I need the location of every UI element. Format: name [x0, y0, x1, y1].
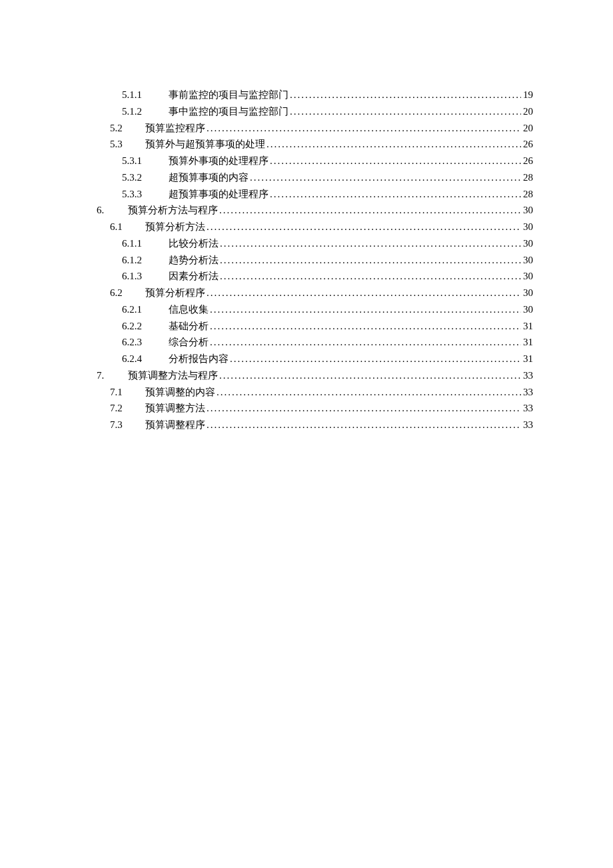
toc-entry: 5.1.1事前监控的项目与监控部门19 — [97, 87, 533, 103]
toc-entry-page: 31 — [521, 351, 533, 367]
toc-entry: 6.预算分析方法与程序30 — [97, 202, 533, 219]
toc-entry-number: 7.3 — [97, 417, 145, 433]
toc-entry-title: 因素分析法 — [169, 268, 219, 285]
table-of-contents: 5.1.1事前监控的项目与监控部门195.1.2事中监控的项目与监控部门205.… — [97, 87, 533, 433]
toc-entry-leader-dots — [219, 268, 521, 285]
toc-entry-number: 6.1.3 — [97, 268, 169, 285]
toc-entry-leader-dots — [215, 384, 521, 401]
toc-entry-page: 33 — [521, 384, 533, 401]
toc-entry: 6.2.2基础分析31 — [97, 318, 533, 335]
toc-entry-title: 预算分析方法与程序 — [128, 202, 218, 219]
toc-entry-number: 6.1.2 — [97, 252, 169, 269]
toc-entry-title: 预算调整方法 — [145, 400, 205, 417]
toc-entry-number: 5.1.1 — [97, 87, 169, 103]
toc-entry-page: 33 — [521, 400, 533, 417]
toc-entry-page: 26 — [521, 136, 533, 153]
toc-entry: 6.2.1信息收集30 — [97, 301, 533, 318]
toc-entry-leader-dots — [209, 301, 521, 318]
toc-entry-number: 6.2.1 — [97, 301, 169, 318]
toc-entry-title: 预算调整方法与程序 — [128, 367, 218, 384]
toc-entry-leader-dots — [205, 120, 521, 137]
toc-entry-leader-dots — [219, 252, 521, 269]
toc-entry-number: 7. — [97, 367, 128, 384]
toc-entry: 5.2预算监控程序20 — [97, 120, 533, 137]
toc-entry-page: 26 — [521, 153, 533, 169]
toc-entry-number: 6.1 — [97, 219, 145, 235]
toc-entry-number: 6.2 — [97, 285, 145, 301]
toc-entry-leader-dots — [218, 367, 521, 384]
toc-entry: 6.2预算分析程序30 — [97, 285, 533, 301]
toc-entry: 5.3.1预算外事项的处理程序26 — [97, 153, 533, 169]
toc-entry-page: 33 — [521, 417, 533, 433]
toc-entry-number: 5.2 — [97, 120, 145, 137]
toc-entry-title: 预算分析程序 — [145, 285, 205, 301]
toc-entry-page: 28 — [521, 186, 533, 203]
toc-entry: 6.1.2趋势分析法30 — [97, 252, 533, 269]
toc-entry-leader-dots — [289, 103, 521, 120]
toc-entry-number: 7.1 — [97, 384, 145, 401]
toc-entry-page: 30 — [521, 301, 533, 318]
toc-entry-page: 30 — [521, 252, 533, 269]
toc-entry-title: 综合分析 — [169, 334, 209, 351]
toc-entry-leader-dots — [249, 169, 521, 186]
toc-entry-title: 超预算事项的内容 — [169, 169, 249, 186]
toc-entry-number: 6.1.1 — [97, 235, 169, 252]
toc-entry-title: 预算调整的内容 — [145, 384, 215, 401]
toc-entry: 6.2.3综合分析31 — [97, 334, 533, 351]
toc-entry-title: 事前监控的项目与监控部门 — [169, 87, 289, 103]
toc-entry-title: 预算外事项的处理程序 — [169, 153, 269, 169]
toc-entry-title: 基础分析 — [169, 318, 209, 335]
toc-entry: 7.1预算调整的内容33 — [97, 384, 533, 401]
toc-entry-leader-dots — [269, 186, 521, 203]
toc-entry: 6.2.4分析报告内容31 — [97, 351, 533, 367]
toc-entry: 7.2预算调整方法33 — [97, 400, 533, 417]
toc-entry: 5.3.3超预算事项的处理程序28 — [97, 186, 533, 203]
toc-entry-leader-dots — [205, 285, 521, 301]
toc-entry-page: 30 — [521, 235, 533, 252]
toc-entry-leader-dots — [205, 400, 521, 417]
toc-entry-number: 5.3.1 — [97, 153, 169, 169]
toc-entry-page: 31 — [521, 334, 533, 351]
toc-entry-leader-dots — [219, 235, 521, 252]
toc-entry-title: 事中监控的项目与监控部门 — [169, 103, 289, 120]
toc-entry: 6.1.1比较分析法30 — [97, 235, 533, 252]
toc-entry-number: 6. — [97, 202, 128, 219]
toc-entry: 6.1预算分析方法30 — [97, 219, 533, 235]
toc-entry-number: 6.2.4 — [97, 351, 169, 367]
toc-entry-page: 28 — [521, 169, 533, 186]
toc-entry-page: 33 — [521, 367, 533, 384]
toc-entry-number: 6.2.3 — [97, 334, 169, 351]
toc-entry-title: 预算分析方法 — [145, 219, 205, 235]
toc-entry: 7.3预算调整程序33 — [97, 417, 533, 433]
toc-entry-page: 30 — [521, 219, 533, 235]
toc-entry-page: 31 — [521, 318, 533, 335]
toc-entry-leader-dots — [205, 417, 521, 433]
toc-entry-title: 超预算事项的处理程序 — [169, 186, 269, 203]
toc-entry-leader-dots — [289, 87, 521, 103]
toc-entry-page: 30 — [521, 268, 533, 285]
toc-entry-title: 比较分析法 — [169, 235, 219, 252]
toc-entry: 5.1.2事中监控的项目与监控部门20 — [97, 103, 533, 120]
toc-entry-page: 30 — [521, 285, 533, 301]
toc-entry-leader-dots — [209, 318, 521, 335]
toc-entry: 6.1.3因素分析法30 — [97, 268, 533, 285]
toc-entry-page: 19 — [521, 87, 533, 103]
toc-entry-leader-dots — [209, 334, 521, 351]
toc-entry-page: 30 — [521, 202, 533, 219]
toc-entry-number: 5.1.2 — [97, 103, 169, 120]
toc-entry-number: 5.3.2 — [97, 169, 169, 186]
toc-entry-leader-dots — [205, 219, 521, 235]
toc-entry-page: 20 — [521, 103, 533, 120]
toc-entry-page: 20 — [521, 120, 533, 137]
toc-entry-leader-dots — [269, 153, 521, 169]
toc-entry-number: 7.2 — [97, 400, 145, 417]
toc-entry-title: 预算调整程序 — [145, 417, 205, 433]
toc-entry-number: 6.2.2 — [97, 318, 169, 335]
toc-entry: 5.3.2超预算事项的内容28 — [97, 169, 533, 186]
toc-entry-title: 预算外与超预算事项的处理 — [145, 136, 265, 153]
toc-entry-title: 预算监控程序 — [145, 120, 205, 137]
toc-entry-leader-dots — [265, 136, 521, 153]
toc-entry: 5.3预算外与超预算事项的处理26 — [97, 136, 533, 153]
toc-entry-title: 趋势分析法 — [169, 252, 219, 269]
toc-entry-number: 5.3.3 — [97, 186, 169, 203]
